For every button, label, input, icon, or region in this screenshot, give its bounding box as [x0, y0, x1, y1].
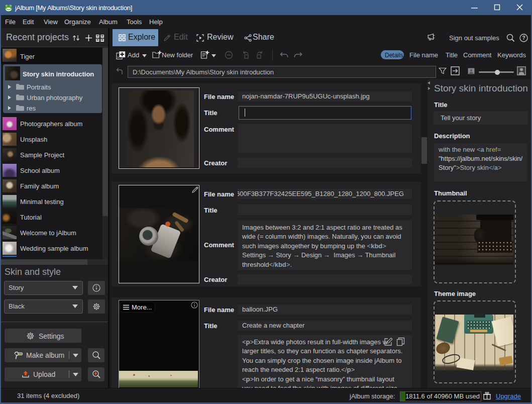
svg-text:?: ? [522, 35, 525, 41]
